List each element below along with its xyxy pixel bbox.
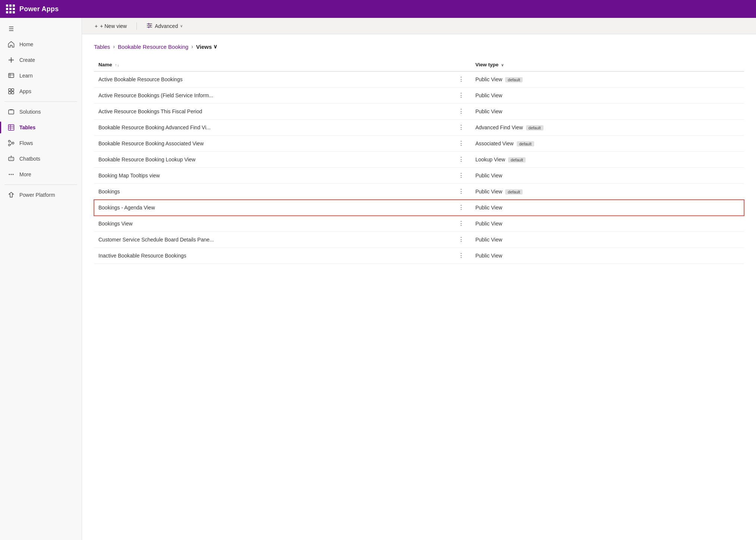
table-row[interactable]: Active Resource Bookings (Field Service … <box>94 88 744 104</box>
power-platform-icon <box>7 191 15 199</box>
sidebar-item-learn[interactable]: Learn <box>1 68 80 83</box>
table-row[interactable]: Inactive Bookable Resource Bookings⋮Publ… <box>94 248 744 264</box>
row-name: Inactive Bookable Resource Bookings <box>94 248 451 264</box>
row-more-button[interactable]: ⋮ <box>456 76 466 83</box>
svg-rect-8 <box>12 92 14 94</box>
sidebar-item-solutions[interactable]: Solutions <box>1 104 80 119</box>
app-title: Power Apps <box>19 5 59 13</box>
advanced-icon <box>147 22 152 29</box>
sidebar-item-apps[interactable]: Apps <box>1 84 80 99</box>
row-actions: ⋮ <box>451 104 471 120</box>
table-row[interactable]: Bookable Resource Booking Associated Vie… <box>94 136 744 152</box>
sidebar-item-create[interactable]: Create <box>1 53 80 67</box>
table-row[interactable]: Bookable Resource Booking Advanced Find … <box>94 120 744 136</box>
row-more-button[interactable]: ⋮ <box>456 108 466 115</box>
svg-rect-2 <box>9 73 14 78</box>
hamburger-icon: ☰ <box>7 25 15 32</box>
row-more-button[interactable]: ⋮ <box>456 220 466 227</box>
table-row[interactable]: Active Bookable Resource Bookings⋮Public… <box>94 72 744 88</box>
row-more-button[interactable]: ⋮ <box>456 140 466 147</box>
apps-icon <box>7 88 15 95</box>
row-name: Bookable Resource Booking Associated Vie… <box>94 136 451 152</box>
sidebar-item-tables[interactable]: Tables <box>1 120 80 135</box>
default-badge: default <box>508 157 526 162</box>
table-row[interactable]: Customer Service Schedule Board Details … <box>94 232 744 248</box>
row-more-button[interactable]: ⋮ <box>456 156 466 163</box>
viewtype-chevron-icon: ∨ <box>501 63 504 67</box>
sidebar-item-power-platform[interactable]: Power Platform <box>1 187 80 202</box>
row-view-type: Associated Viewdefault <box>471 136 744 152</box>
apps-grid-icon[interactable] <box>6 4 15 13</box>
row-name: Booking Map Tooltips view <box>94 168 451 184</box>
row-name: Customer Service Schedule Board Details … <box>94 232 451 248</box>
default-badge: default <box>526 125 544 130</box>
new-view-label: + New view <box>100 23 127 29</box>
svg-point-18 <box>10 159 11 160</box>
row-more-button[interactable]: ⋮ <box>456 124 466 131</box>
svg-point-22 <box>11 174 12 175</box>
advanced-button[interactable]: Advanced ∨ <box>143 21 186 31</box>
breadcrumb-table-link[interactable]: Bookable Resource Booking <box>118 44 188 50</box>
sidebar-flows-label: Flows <box>19 140 33 146</box>
sort-desc-icon: ↓ <box>117 63 119 67</box>
breadcrumb-sep2: › <box>191 44 193 50</box>
row-actions: ⋮ <box>451 152 471 168</box>
table-row[interactable]: Active Resource Bookings This Fiscal Per… <box>94 104 744 120</box>
breadcrumb-tables-link[interactable]: Tables <box>94 44 110 50</box>
row-name: Bookable Resource Booking Lookup View <box>94 152 451 168</box>
row-more-button[interactable]: ⋮ <box>456 252 466 259</box>
row-more-button[interactable]: ⋮ <box>456 172 466 179</box>
row-more-button[interactable]: ⋮ <box>456 188 466 195</box>
row-actions: ⋮ <box>451 88 471 104</box>
row-more-button[interactable]: ⋮ <box>456 92 466 99</box>
row-name: Bookable Resource Booking Advanced Find … <box>94 120 451 136</box>
sidebar-chatbots-label: Chatbots <box>19 156 40 162</box>
sidebar: ☰ Home Create Learn Apps <box>0 18 82 540</box>
svg-rect-10 <box>9 125 14 130</box>
col-viewtype-header[interactable]: View type ∨ <box>471 59 744 72</box>
row-name: Active Resource Bookings This Fiscal Per… <box>94 104 451 120</box>
row-name: Bookings View <box>94 216 451 232</box>
svg-point-15 <box>12 142 14 144</box>
table-row[interactable]: Bookings View⋮Public View <box>94 216 744 232</box>
default-badge: default <box>505 77 523 82</box>
row-more-button[interactable]: ⋮ <box>456 204 466 211</box>
sidebar-menu-toggle[interactable]: ☰ <box>1 21 80 36</box>
svg-point-23 <box>13 174 14 175</box>
breadcrumb-dropdown-icon[interactable]: ∨ <box>213 43 217 50</box>
table-row[interactable]: Bookings - Agenda View⋮Public View <box>94 200 744 216</box>
row-actions: ⋮ <box>451 120 471 136</box>
sidebar-learn-label: Learn <box>19 73 33 79</box>
svg-rect-5 <box>9 89 11 91</box>
solutions-icon <box>7 108 15 116</box>
toolbar: + + New view Advanced ∨ <box>82 18 756 34</box>
sidebar-more-label: More <box>19 171 31 177</box>
row-actions: ⋮ <box>451 168 471 184</box>
row-view-type: Lookup Viewdefault <box>471 152 744 168</box>
table-row[interactable]: Bookings⋮Public Viewdefault <box>94 184 744 200</box>
svg-point-21 <box>9 174 10 175</box>
sidebar-item-home[interactable]: Home <box>1 37 80 52</box>
row-more-button[interactable]: ⋮ <box>456 236 466 243</box>
chatbots-icon <box>7 155 15 162</box>
table-row[interactable]: Bookable Resource Booking Lookup View⋮Lo… <box>94 152 744 168</box>
row-view-type: Public View <box>471 200 744 216</box>
default-badge: default <box>505 189 523 195</box>
row-name: Active Resource Bookings (Field Service … <box>94 88 451 104</box>
new-view-button[interactable]: + + New view <box>91 22 130 31</box>
breadcrumb-current-label: Views <box>196 44 212 50</box>
advanced-chevron-icon: ∨ <box>180 24 183 28</box>
sidebar-item-flows[interactable]: Flows <box>1 136 80 151</box>
sidebar-item-chatbots[interactable]: Chatbots <box>1 151 80 166</box>
col-name-header[interactable]: Name ↑ ↓ <box>94 59 451 72</box>
breadcrumb-sep1: › <box>113 44 115 50</box>
table-row[interactable]: Booking Map Tooltips view⋮Public View <box>94 168 744 184</box>
row-view-type: Public View <box>471 168 744 184</box>
sidebar-item-more[interactable]: More <box>1 167 80 182</box>
learn-icon <box>7 72 15 79</box>
flows-icon <box>7 139 15 147</box>
row-name: Active Bookable Resource Bookings <box>94 72 451 88</box>
sidebar-create-label: Create <box>19 57 35 63</box>
create-icon <box>7 56 15 64</box>
svg-point-14 <box>9 140 10 142</box>
